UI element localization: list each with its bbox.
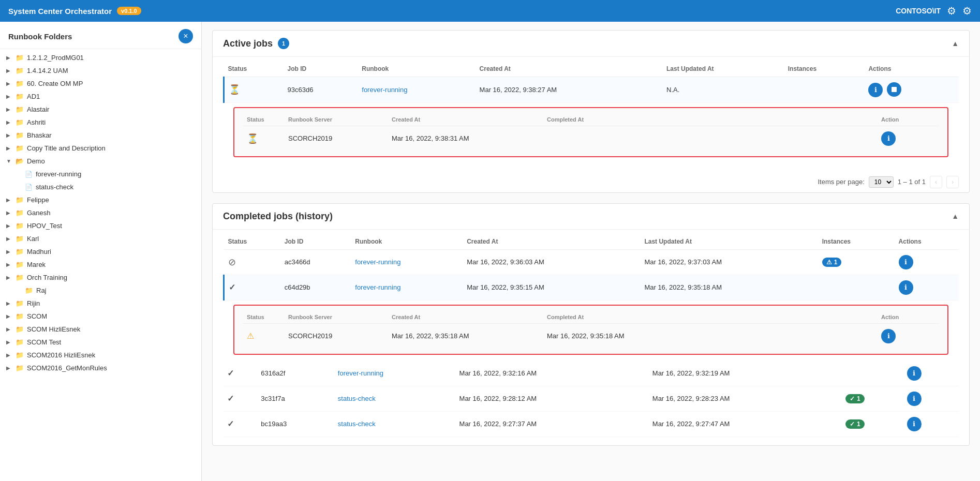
instances-count: 1 — [857, 395, 860, 402]
sidebar-item-label: HPOV_Test — [27, 222, 62, 230]
job-updated-cell: Mar 16, 2022, 9:32:19 AM — [648, 361, 841, 386]
folder-icon: 📁 — [16, 93, 24, 100]
sidebar-item-alastair[interactable]: ▶ 📁 Alastair — [0, 103, 201, 116]
user-settings-icon[interactable]: ⚙ — [962, 5, 972, 17]
chevron-right-icon: ▶ — [6, 55, 12, 61]
job-id-cell: 93c63d6 — [283, 77, 358, 103]
folder-icon: 📁 — [16, 325, 24, 333]
job-status-cell: ✓ — [223, 411, 257, 437]
sub-info-button[interactable]: ℹ — [881, 131, 896, 146]
sidebar-item-copytitle[interactable]: ▶ 📁 Copy Title and Description — [0, 142, 201, 155]
sidebar-item-raj[interactable]: 📁 Raj — [0, 284, 201, 297]
sidebar-item-1414[interactable]: ▶ 📁 1.4.14.2 UAM — [0, 64, 201, 77]
sidebar-item-scomhizli[interactable]: ▶ 📁 SCOM HizliEsnek — [0, 323, 201, 336]
col-runbook: Runbook — [351, 234, 463, 250]
sidebar-item-bhaskar[interactable]: ▶ 📁 Bhaskar — [0, 129, 201, 142]
items-per-page-select[interactable]: 10 25 50 — [869, 176, 894, 188]
chevron-right-icon: ▶ — [6, 300, 12, 306]
runbook-link[interactable]: forever-running — [362, 86, 407, 94]
folder-icon: 📁 — [16, 235, 24, 243]
runbook-link[interactable]: forever-running — [355, 258, 400, 266]
sidebar-item-hpov[interactable]: ▶ 📁 HPOV_Test — [0, 219, 201, 232]
sidebar-item-scomtest[interactable]: ▶ 📁 SCOM Test — [0, 336, 201, 349]
check-icon: ✓ — [229, 283, 235, 292]
sidebar-item-scom2016[interactable]: ▶ 📁 SCOM2016 HizliEsnek — [0, 349, 201, 362]
completed-jobs-collapse-icon[interactable]: ▲ — [952, 212, 959, 220]
hourglass-icon: ⏳ — [229, 84, 240, 95]
sidebar-header: Runbook Folders × — [0, 22, 201, 49]
completed-jobs-table-continued: ✓ 6316a2f forever-running Mar 16, 2022, … — [223, 361, 959, 437]
col-last-updated: Last Updated At — [662, 61, 784, 77]
info-button[interactable]: ℹ — [907, 392, 922, 406]
sidebar-item-scom2016mon[interactable]: ▶ 📁 SCOM2016_GetMonRules — [0, 362, 201, 374]
sub-created-cell: Mar 16, 2022, 9:38:31 AM — [388, 126, 543, 151]
sidebar-item-ganesh[interactable]: ▶ 📁 Ganesh — [0, 206, 201, 219]
sidebar-item-60om[interactable]: ▶ 📁 60. Create OM MP — [0, 77, 201, 90]
sidebar-item-forever-running[interactable]: 📄 forever-running — [0, 168, 201, 181]
info-button[interactable]: ℹ — [907, 366, 922, 381]
sub-col-created: Created At — [388, 311, 543, 324]
sub-col-server: Runbook Server — [284, 113, 388, 126]
sub-server-cell: SCORCH2019 — [284, 126, 388, 151]
sidebar-item-madhuri[interactable]: ▶ 📁 Madhuri — [0, 245, 201, 258]
info-button[interactable]: ℹ — [868, 83, 883, 97]
check-icon: ✓ — [850, 420, 855, 428]
sidebar-item-label: 1.2.1.2_ProdMG01 — [27, 54, 84, 62]
sub-col-status: Status — [243, 113, 284, 126]
file-icon: 📄 — [25, 184, 33, 191]
instances-count: 1 — [857, 420, 860, 428]
sidebar-item-label: Madhuri — [27, 248, 51, 255]
table-row: ⊘ ac3466d forever-running Mar 16, 2022, … — [224, 249, 959, 275]
active-jobs-collapse-icon[interactable]: ▲ — [952, 39, 959, 48]
job-id-cell: 3c31f7a — [257, 386, 333, 411]
job-runbook-cell[interactable]: forever-running — [358, 77, 475, 103]
sidebar-item-label: 1.4.14.2 UAM — [27, 67, 68, 74]
sidebar-item-label: Demo — [27, 157, 45, 165]
job-instances-cell — [841, 361, 903, 386]
job-created-cell: Mar 16, 2022, 9:38:27 AM — [476, 77, 662, 103]
col-status: Status — [224, 61, 284, 77]
sidebar-item-status-check[interactable]: 📄 status-check — [0, 181, 201, 193]
sidebar-item-1212[interactable]: ▶ 📁 1.2.1.2_ProdMG01 — [0, 51, 201, 64]
sidebar-item-felippe[interactable]: ▶ 📁 Felippe — [0, 193, 201, 206]
col-status: Status — [224, 234, 280, 250]
stop-button[interactable] — [887, 82, 901, 97]
sub-col-action: Action — [877, 311, 939, 324]
sidebar-item-demo[interactable]: ▼ 📂 Demo — [0, 155, 201, 168]
runbook-link[interactable]: forever-running — [355, 283, 400, 291]
header: System Center Orchestrator v0.1.0 CONTOS… — [0, 0, 980, 22]
col-instances: Instances — [818, 234, 895, 250]
job-actions-cell: ℹ — [903, 411, 959, 437]
info-button[interactable]: ℹ — [899, 255, 913, 269]
settings-icon[interactable]: ⚙ — [947, 5, 956, 17]
sub-table-row: ⚠ SCORCH2019 Mar 16, 2022, 9:35:18 AM Ma… — [243, 323, 939, 349]
sidebar-item-karl[interactable]: ▶ 📁 Karl — [0, 232, 201, 245]
sidebar-item-ad1[interactable]: ▶ 📁 AD1 — [0, 90, 201, 103]
sidebar-item-ashriti[interactable]: ▶ 📁 Ashriti — [0, 116, 201, 129]
sidebar-item-label: Karl — [27, 235, 39, 243]
chevron-right-icon: ▶ — [6, 236, 12, 242]
sidebar-item-label: Orch Training — [27, 274, 67, 281]
runbook-link[interactable]: forever-running — [338, 369, 383, 377]
sidebar-item-rijin[interactable]: ▶ 📁 Rijin — [0, 297, 201, 310]
col-actions: Actions — [895, 234, 959, 250]
sub-table-wrapper: Status Runbook Server Created At Complet… — [233, 107, 948, 157]
sidebar-item-scom[interactable]: ▶ 📁 SCOM — [0, 310, 201, 323]
org-name: CONTOSO\IT — [896, 7, 941, 15]
close-button[interactable]: × — [179, 29, 193, 43]
folder-icon: 📁 — [16, 118, 24, 126]
sub-status-cell: ⏳ — [243, 126, 284, 151]
job-runbook-cell: status-check — [334, 411, 455, 437]
next-page-button[interactable]: › — [946, 176, 959, 188]
info-button[interactable]: ℹ — [899, 280, 913, 295]
sub-info-button[interactable]: ℹ — [881, 329, 896, 343]
info-button[interactable]: ℹ — [907, 417, 922, 431]
prev-page-button[interactable]: ‹ — [930, 176, 942, 188]
runbook-link[interactable]: status-check — [338, 420, 376, 428]
active-jobs-header: Active jobs 1 ▲ — [213, 31, 969, 57]
sidebar-item-orchtraining[interactable]: ▶ 📁 Orch Training — [0, 271, 201, 284]
sidebar-item-marek[interactable]: ▶ 📁 Marek — [0, 258, 201, 271]
sub-completed-cell — [543, 126, 877, 151]
chevron-right-icon: ▶ — [6, 132, 12, 138]
runbook-link[interactable]: status-check — [338, 395, 376, 402]
